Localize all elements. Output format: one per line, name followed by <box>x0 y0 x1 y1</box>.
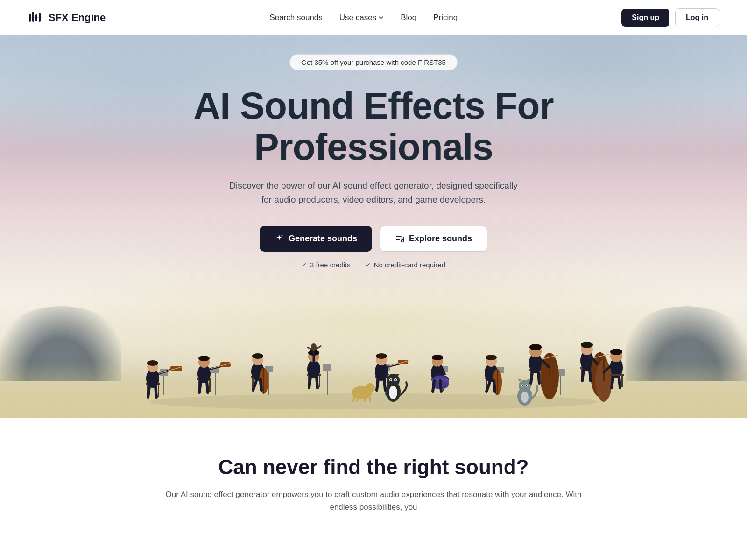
svg-point-33 <box>147 360 158 366</box>
nav-pricing[interactable]: Pricing <box>433 13 458 22</box>
navbar: SFX Engine Search sounds Use cases Blog … <box>0 0 747 35</box>
svg-line-164 <box>612 377 613 388</box>
svg-line-77 <box>365 396 366 401</box>
check-icon-2: ✓ <box>366 261 371 268</box>
logo-icon <box>28 10 44 26</box>
perk-credits: ✓ 3 free credits <box>302 261 351 269</box>
svg-line-153 <box>582 370 584 381</box>
promo-badge[interactable]: Get 35% off your purchase with code FIRS… <box>289 54 458 70</box>
musicians-svg <box>117 297 630 409</box>
musician-4 <box>307 343 321 388</box>
svg-line-49 <box>207 382 208 392</box>
svg-line-111 <box>440 381 441 392</box>
svg-point-74 <box>368 383 372 388</box>
svg-line-89 <box>384 379 385 390</box>
musician-7 <box>485 355 502 395</box>
musician-2 <box>197 356 231 392</box>
orchestra-illustration <box>0 287 747 418</box>
svg-line-142 <box>538 372 539 383</box>
nav-search-sounds[interactable]: Search sounds <box>269 13 322 22</box>
svg-rect-41 <box>209 380 211 392</box>
list-music-icon <box>395 234 404 243</box>
svg-line-70 <box>309 377 310 388</box>
svg-point-157 <box>610 349 622 355</box>
musician-6 <box>431 355 449 392</box>
hero-subtitle: Discover the power of our AI sound effec… <box>224 179 523 207</box>
hero-buttons: Generate sounds Explore sounds <box>260 226 487 252</box>
svg-line-58 <box>253 379 257 390</box>
svg-rect-138 <box>549 353 550 376</box>
svg-line-71 <box>317 377 317 388</box>
svg-line-76 <box>357 396 358 401</box>
svg-point-130 <box>526 385 527 386</box>
svg-line-154 <box>590 370 591 381</box>
explore-sounds-button[interactable]: Explore sounds <box>380 226 487 252</box>
check-icon-1: ✓ <box>302 261 307 268</box>
svg-rect-3 <box>39 13 41 22</box>
svg-point-123 <box>519 380 531 392</box>
svg-line-165 <box>619 377 620 388</box>
svg-point-98 <box>395 379 396 380</box>
svg-rect-30 <box>158 385 159 397</box>
hero-perks: ✓ 3 free credits ✓ No credit-card requir… <box>302 261 445 269</box>
chevron-down-icon <box>378 15 384 21</box>
svg-rect-163 <box>621 376 623 387</box>
svg-point-63 <box>307 360 320 378</box>
svg-rect-1 <box>32 12 34 22</box>
svg-line-38 <box>155 386 156 397</box>
svg-line-88 <box>377 379 378 390</box>
lower-text: Our AI sound effect generator empowers y… <box>163 488 584 513</box>
lower-title: Can never find the right sound? <box>28 455 719 479</box>
svg-point-97 <box>390 379 392 380</box>
svg-line-110 <box>433 381 434 392</box>
svg-rect-161 <box>610 374 624 376</box>
signup-button[interactable]: Sign up <box>621 9 669 27</box>
svg-line-121 <box>494 381 495 392</box>
svg-line-59 <box>261 379 261 390</box>
nav-blog[interactable]: Blog <box>401 13 416 22</box>
svg-point-136 <box>529 344 542 350</box>
svg-point-126 <box>521 392 529 403</box>
nav-links: Search sounds Use cases Blog Pricing <box>269 13 458 22</box>
svg-point-129 <box>522 385 523 386</box>
svg-point-94 <box>389 386 397 399</box>
hero-section: Get 35% off your purchase with code FIRS… <box>0 35 747 418</box>
login-button[interactable]: Log in <box>675 8 719 27</box>
svg-point-84 <box>376 353 387 359</box>
musician-8 <box>529 344 559 399</box>
svg-point-148 <box>581 342 593 348</box>
musician-3 <box>251 353 268 394</box>
sparkle-icon <box>275 234 284 243</box>
svg-rect-19 <box>323 364 331 371</box>
generate-sounds-button[interactable]: Generate sounds <box>260 226 372 252</box>
hero-content: Get 35% off your purchase with code FIRS… <box>165 35 581 269</box>
svg-point-117 <box>486 355 497 360</box>
svg-line-141 <box>531 372 532 383</box>
perk-no-card: ✓ No credit-card required <box>366 261 445 269</box>
svg-point-44 <box>198 356 210 361</box>
logo-text: SFX Engine <box>49 12 106 24</box>
hero-title: AI Sound Effects For Professionals <box>193 85 553 168</box>
svg-line-37 <box>148 386 149 397</box>
svg-point-55 <box>252 353 263 359</box>
svg-line-120 <box>486 381 490 392</box>
logo[interactable]: SFX Engine <box>28 10 106 26</box>
svg-point-104 <box>432 355 443 360</box>
musicians-area <box>117 297 630 409</box>
lower-section: Can never find the right sound? Our AI s… <box>0 418 747 541</box>
nav-actions: Sign up Log in <box>621 8 719 27</box>
svg-rect-62 <box>319 376 320 387</box>
nav-use-cases[interactable]: Use cases <box>339 13 384 22</box>
svg-line-48 <box>199 382 201 392</box>
